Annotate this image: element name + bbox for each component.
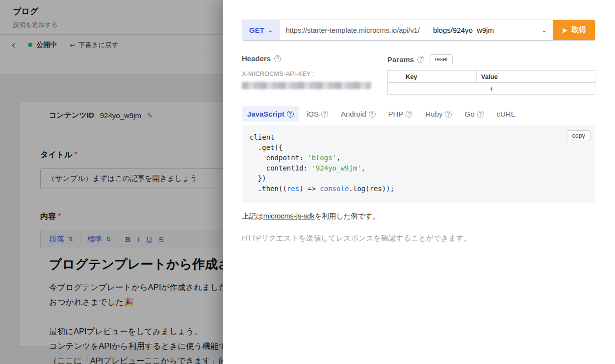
api-base-url: https://starter-template.microcms.io/api… xyxy=(280,20,426,40)
tab-php[interactable]: PHP ? xyxy=(383,106,418,121)
params-title: Params xyxy=(387,55,414,64)
fetch-button-label: 取得 xyxy=(571,25,586,35)
help-icon[interactable]: ? xyxy=(369,111,376,118)
params-checkbox-column xyxy=(388,71,401,82)
tab-label: Go xyxy=(464,110,474,118)
help-icon[interactable]: ? xyxy=(445,111,452,118)
code-sample-block: client .get({ endpoint: 'blogs', content… xyxy=(242,125,595,203)
params-section: Params ? reset Key Value + xyxy=(387,54,595,95)
endpoint-select[interactable]: blogs/924yo_w9jm ⌄ xyxy=(426,20,553,40)
tab-label: JavaScript xyxy=(247,110,284,118)
endpoint-value: blogs/924yo_w9jm xyxy=(433,26,494,34)
help-icon[interactable]: ? xyxy=(287,111,294,118)
help-icon[interactable]: ? xyxy=(274,55,281,62)
help-icon[interactable]: ? xyxy=(321,111,328,118)
headers-params-row: Headers ? X-MICROCMS-API-KEY : Params ? … xyxy=(242,54,595,95)
tab-label: Ruby xyxy=(425,110,442,118)
request-bar: GET ⌄ https://starter-template.microcms.… xyxy=(242,20,595,41)
params-key-header: Key xyxy=(401,71,477,82)
tab-go[interactable]: Go ? xyxy=(459,106,489,121)
api-key-label: X-MICROCMS-API-KEY : xyxy=(242,71,387,77)
headers-title-row: Headers ? xyxy=(242,54,387,63)
fetch-button[interactable]: ➤ 取得 xyxy=(553,20,595,40)
params-reset-button[interactable]: reset xyxy=(430,54,453,64)
sdk-link[interactable]: microcms-js-sdk xyxy=(263,212,315,220)
api-preview-panel: GET ⌄ https://starter-template.microcms.… xyxy=(223,0,615,364)
params-table-header: Key Value xyxy=(388,71,595,83)
sdk-note: 上記はmicrocms-js-sdkを利用した例です。 xyxy=(242,212,595,221)
tab-android[interactable]: Android ? xyxy=(335,106,381,121)
chevron-down-icon: ⌄ xyxy=(268,26,273,34)
chevron-down-icon: ⌄ xyxy=(541,26,547,34)
params-title-row: Params ? reset xyxy=(387,54,595,64)
language-tabs: JavaScript ? iOS ? Android ? PHP ? Ruby … xyxy=(242,106,595,121)
api-key-redacted-value xyxy=(242,82,371,89)
help-icon[interactable]: ? xyxy=(406,111,412,118)
tab-javascript[interactable]: JavaScript ? xyxy=(242,106,299,121)
tab-ios[interactable]: iOS ? xyxy=(301,106,333,121)
copy-button[interactable]: copy xyxy=(567,130,590,141)
help-icon[interactable]: ? xyxy=(477,111,484,118)
tab-ruby[interactable]: Ruby ? xyxy=(420,106,457,121)
send-icon: ➤ xyxy=(562,26,567,34)
headers-section: Headers ? X-MICROCMS-API-KEY : xyxy=(242,54,387,95)
tab-label: PHP xyxy=(388,110,404,118)
code-block-lines: client .get({ endpoint: 'blogs', content… xyxy=(250,132,588,194)
tab-curl[interactable]: cURL xyxy=(491,106,521,121)
sdk-note-prefix: 上記は xyxy=(242,212,263,220)
sdk-note-suffix: を利用した例です。 xyxy=(315,212,380,220)
help-icon[interactable]: ? xyxy=(417,56,424,63)
http-method-value: GET xyxy=(249,26,264,34)
http-method-select[interactable]: GET ⌄ xyxy=(242,20,280,40)
panel-description: HTTPリクエストを送信してレスポンスを確認することができます。 xyxy=(242,234,595,243)
tab-label: cURL xyxy=(497,110,515,118)
tab-label: Android xyxy=(341,110,366,118)
params-value-header: Value xyxy=(477,71,595,82)
headers-title: Headers xyxy=(242,54,271,63)
tab-label: iOS xyxy=(307,110,319,118)
params-add-row-button[interactable]: + xyxy=(388,83,595,94)
params-table: Key Value + xyxy=(387,70,595,95)
